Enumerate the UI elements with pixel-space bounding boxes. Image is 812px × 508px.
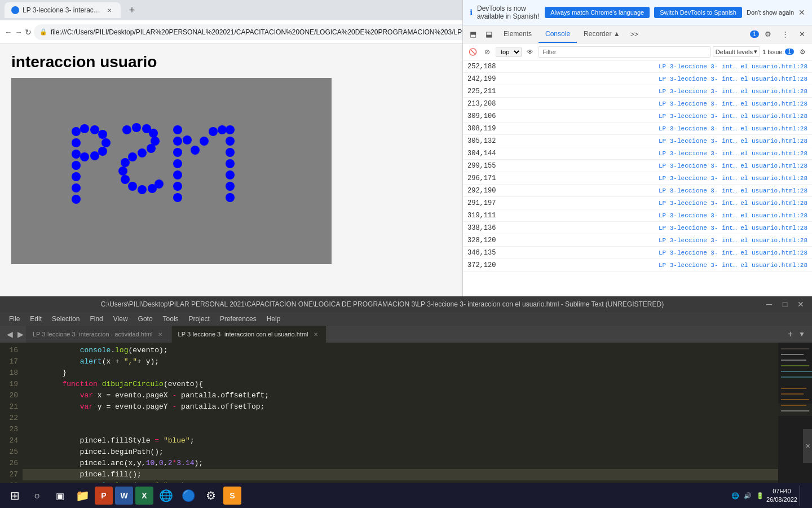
- svg-point-17: [149, 129, 158, 138]
- back-button[interactable]: ←: [5, 24, 12, 40]
- devtools-close-icon[interactable]: ✕: [794, 27, 810, 42]
- always-match-button[interactable]: Always match Chrome's language: [545, 7, 650, 18]
- switch-devtools-button[interactable]: Switch DevTools to Spanish: [654, 7, 742, 18]
- svg-point-21: [128, 152, 137, 161]
- tab1-close[interactable]: ✕: [156, 330, 164, 338]
- menu-help[interactable]: Help: [262, 314, 285, 324]
- code-line: var y = evento.pageY - pantalla.offsetTo…: [23, 401, 778, 413]
- tab-add-button[interactable]: +: [124, 2, 140, 18]
- tab-close-button[interactable]: ✕: [105, 6, 114, 15]
- console-source-link[interactable]: LP 3-leccione 3- int… el usuario.html:28: [659, 125, 807, 132]
- task-view-button[interactable]: ▣: [50, 485, 70, 506]
- edge-icon[interactable]: 🌐: [156, 485, 176, 506]
- sublime-menubar: File Edit Selection Find View Goto Tools…: [0, 312, 812, 326]
- context-selector[interactable]: top: [496, 47, 522, 57]
- console-source-link[interactable]: LP 3-leccione 3- int… el usuario.html:28: [659, 175, 807, 182]
- file-explorer-icon[interactable]: 📁: [72, 485, 92, 506]
- console-source-link[interactable]: LP 3-leccione 3- int… el usuario.html:28: [659, 237, 807, 244]
- line-number: 17: [5, 356, 18, 367]
- tab-recorder[interactable]: Recorder ▲: [577, 25, 627, 43]
- console-source-link[interactable]: LP 3-leccione 3- int… el usuario.html:28: [659, 200, 807, 207]
- tab-nav-right[interactable]: ▶: [15, 330, 26, 339]
- menu-goto[interactable]: Goto: [134, 314, 157, 324]
- maximize-button[interactable]: □: [779, 299, 791, 310]
- close-button[interactable]: ✕: [795, 299, 806, 310]
- menu-tools[interactable]: Tools: [158, 314, 183, 324]
- console-source-link[interactable]: LP 3-leccione 3- int… el usuario.html:28: [659, 249, 807, 256]
- menu-view[interactable]: View: [109, 314, 133, 324]
- devtools-more-icon[interactable]: ⋮: [777, 27, 793, 42]
- settings-icon[interactable]: ⚙: [201, 485, 221, 506]
- svg-point-4: [72, 172, 81, 181]
- tab2-close[interactable]: ✕: [312, 330, 320, 338]
- console-log-area[interactable]: 252,188LP 3-leccione 3- int… el usuario.…: [463, 60, 812, 296]
- console-coords: 296,171: [467, 174, 535, 182]
- sublime-tab-1[interactable]: LP 3-leccione 3- interaccion - actividad…: [26, 326, 171, 343]
- console-source-link[interactable]: LP 3-leccione 3- int… el usuario.html:28: [659, 88, 807, 95]
- console-settings-icon[interactable]: ⚙: [796, 46, 809, 58]
- console-source-link[interactable]: LP 3-leccione 3- int… el usuario.html:28: [659, 63, 807, 70]
- console-source-link[interactable]: LP 3-leccione 3- int… el usuario.html:28: [659, 76, 807, 82]
- default-levels-button[interactable]: Default levels ▾: [713, 46, 760, 57]
- address-text: file:///C:/Users/PILI/Desktop/PILAR%20PE…: [51, 28, 522, 36]
- console-filter-input[interactable]: [539, 46, 710, 58]
- console-source-link[interactable]: LP 3-leccione 3- int… el usuario.html:28: [659, 212, 807, 219]
- minimize-button[interactable]: ─: [764, 299, 775, 310]
- clear-console-button[interactable]: 🚫: [466, 46, 479, 58]
- menu-edit[interactable]: Edit: [25, 314, 46, 324]
- start-button[interactable]: ⊞: [5, 485, 25, 506]
- devtools-undock-icon[interactable]: ⬓: [481, 27, 497, 42]
- menu-file[interactable]: File: [5, 314, 24, 324]
- browser-tab[interactable]: LP 3-leccione 3- interaccion con ✕: [5, 2, 121, 18]
- console-source-link[interactable]: LP 3-leccione 3- int… el usuario.html:28: [659, 187, 807, 194]
- console-log-row: 292,190LP 3-leccione 3- int… el usuario.…: [463, 185, 812, 197]
- devtools-tabs-more[interactable]: >>: [627, 30, 642, 38]
- eye-icon[interactable]: 👁: [524, 46, 536, 58]
- code-line: console.log(evento);: [23, 345, 778, 356]
- console-coords: 291,197: [467, 199, 535, 207]
- dont-show-again-button[interactable]: Don't show again: [747, 9, 794, 16]
- tab-elements[interactable]: Elements: [497, 25, 539, 43]
- menu-find[interactable]: Find: [85, 314, 107, 324]
- tab-nav-left[interactable]: ◀: [5, 330, 15, 339]
- notification-close-button[interactable]: ✕: [798, 8, 805, 17]
- chrome-icon[interactable]: 🔵: [178, 485, 198, 506]
- menu-project[interactable]: Project: [184, 314, 214, 324]
- code-line: alert(x + ","+ y);: [23, 356, 778, 367]
- forward-button[interactable]: →: [15, 24, 23, 40]
- console-source-link[interactable]: LP 3-leccione 3- int… el usuario.html:28: [659, 163, 807, 169]
- console-source-link[interactable]: LP 3-leccione 3- int… el usuario.html:28: [659, 225, 807, 231]
- svg-point-44: [226, 159, 235, 168]
- console-source-link[interactable]: LP 3-leccione 3- int… el usuario.html:28: [659, 113, 807, 120]
- excel-icon[interactable]: X: [135, 487, 153, 505]
- svg-point-28: [155, 179, 164, 189]
- console-source-link[interactable]: LP 3-leccione 3- int… el usuario.html:28: [659, 150, 807, 157]
- devtools-dock-icon[interactable]: ⬒: [465, 27, 481, 42]
- devtools-settings-icon[interactable]: ⚙: [760, 27, 776, 42]
- console-log-row: 319,111LP 3-leccione 3- int… el usuario.…: [463, 209, 812, 222]
- tab-console[interactable]: Console: [539, 25, 577, 43]
- tab-scroll-button[interactable]: ▼: [796, 330, 807, 338]
- address-bar[interactable]: 🔒 file:///C:/Users/PILI/Desktop/PILAR%20…: [34, 24, 527, 40]
- sublime-tab-2[interactable]: LP 3-leccione 3- interaccion con el usua…: [171, 326, 327, 343]
- svg-point-25: [128, 182, 137, 191]
- sidebar-close-icon[interactable]: ✕: [803, 429, 812, 463]
- refresh-button[interactable]: ↻: [25, 24, 32, 40]
- show-desktop-button[interactable]: [800, 485, 807, 506]
- svg-point-34: [173, 182, 182, 191]
- console-source-link[interactable]: LP 3-leccione 3- int… el usuario.html:28: [659, 138, 807, 144]
- canvas-drawing-area: [11, 78, 332, 264]
- sublime-taskbar-icon[interactable]: S: [223, 487, 241, 505]
- powerpoint-icon[interactable]: P: [95, 487, 113, 505]
- console-source-link[interactable]: LP 3-leccione 3- int… el usuario.html:28: [659, 100, 807, 107]
- search-button[interactable]: ○: [27, 485, 47, 506]
- menu-selection[interactable]: Selection: [47, 314, 84, 324]
- menu-preferences[interactable]: Preferences: [215, 314, 261, 324]
- console-filter-toggle[interactable]: ⊘: [481, 46, 493, 58]
- svg-point-2: [72, 150, 81, 159]
- tab-add-button[interactable]: +: [784, 329, 796, 339]
- console-source-link[interactable]: LP 3-leccione 3- int… el usuario.html:28: [659, 262, 807, 269]
- console-log-row: 305,132LP 3-leccione 3- int… el usuario.…: [463, 135, 812, 147]
- code-line: pincel.beginPath();: [23, 446, 778, 458]
- word-icon[interactable]: W: [115, 487, 133, 505]
